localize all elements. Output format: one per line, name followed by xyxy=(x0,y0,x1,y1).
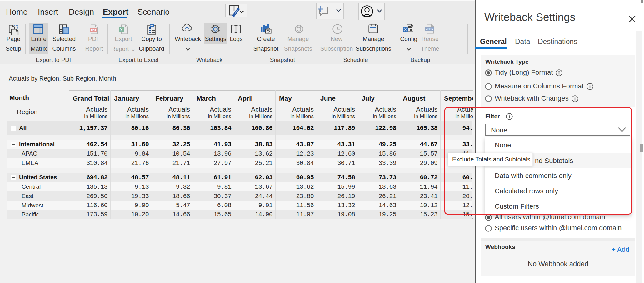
svg-text:PDF: PDF xyxy=(91,29,97,32)
svg-text:X: X xyxy=(120,28,122,32)
svg-text:JSON: JSON xyxy=(426,27,433,31)
